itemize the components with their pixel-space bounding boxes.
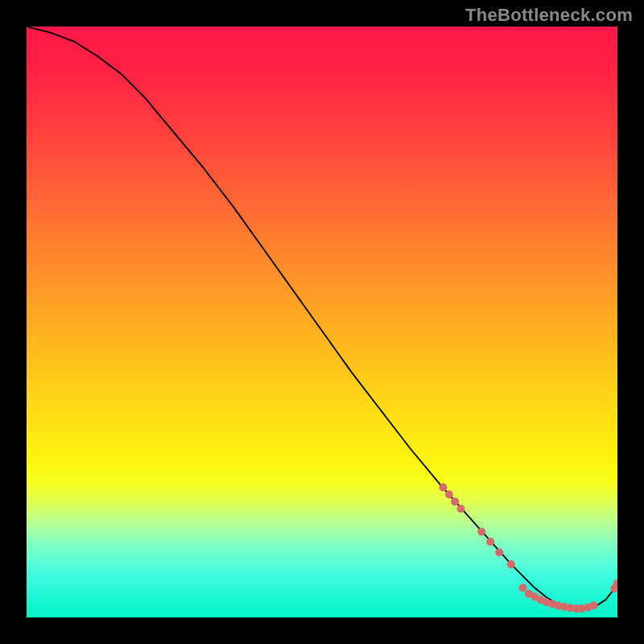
marker-dot — [456, 505, 464, 513]
curve-layer — [27, 27, 617, 617]
marker-dot — [507, 560, 515, 568]
chart-frame: TheBottleneck.com — [0, 0, 644, 644]
plot-area — [27, 27, 617, 617]
marker-dot — [590, 601, 598, 609]
marker-dot — [439, 484, 447, 492]
marker-dot — [519, 584, 527, 592]
marker-dot — [445, 490, 453, 498]
bottleneck-curve — [27, 27, 617, 609]
marker-dot — [477, 528, 485, 536]
watermark-text: TheBottleneck.com — [465, 5, 633, 26]
marker-dot — [451, 497, 459, 506]
marker-dot — [486, 538, 494, 546]
marker-dots — [439, 484, 617, 613]
marker-dot — [495, 548, 503, 556]
